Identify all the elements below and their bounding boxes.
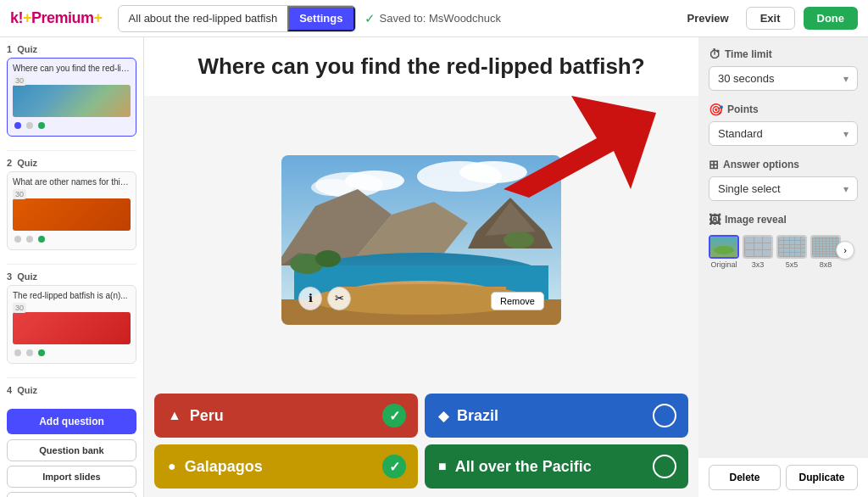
sidebar-card-3[interactable]: The red-lipped batfish is a(n)... 30 — [7, 285, 136, 364]
image-reveal-label: 🖼 Image reveal — [709, 213, 858, 226]
points-label: 🎯 Points — [709, 103, 858, 116]
chevron-down-icon: ▾ — [843, 73, 849, 85]
logo: k!+Premium+ — [10, 9, 103, 27]
quiz-num-4: 4 Quiz — [7, 385, 136, 395]
answer-text-galapagos: Galapagos — [185, 458, 404, 476]
reveal-options-container: Original 3x3 — [709, 232, 858, 269]
quiz-num-2: 2 Quiz — [7, 158, 136, 168]
import-spreadsheet-button[interactable]: Import spreadsheet — [7, 492, 136, 497]
sidebar-section-3: 3 Quiz The red-lipped batfish is a(n)...… — [0, 271, 143, 371]
answer-card-galapagos[interactable]: ● Galapagos ✓ — [154, 444, 418, 489]
reveal-options-row: Original 3x3 — [709, 235, 841, 269]
check-icon: ✓ — [364, 11, 376, 26]
svg-point-22 — [714, 246, 734, 254]
quiz-num-3: 3 Quiz — [7, 271, 136, 282]
done-button[interactable]: Done — [804, 7, 859, 30]
answer-check-brazil — [653, 404, 676, 427]
image-area: ℹ ✂ Remove — [144, 96, 698, 388]
main-content: Where can you find the red-lipped batfis… — [144, 37, 698, 497]
preview-button[interactable]: Preview — [679, 12, 737, 25]
dot-2-1 — [14, 236, 21, 243]
answer-text-peru: Peru — [190, 407, 404, 425]
timer-icon: ⏱ — [709, 47, 721, 61]
sidebar: 1 Quiz Where can you find the red-lipped… — [0, 37, 144, 497]
settings-button[interactable]: Settings — [287, 6, 354, 31]
check-circle-pacific — [653, 455, 676, 478]
sidebar-timer-3: 30 — [13, 304, 131, 312]
time-limit-value: 30 seconds — [718, 72, 775, 85]
exit-button[interactable]: Exit — [746, 7, 795, 30]
right-panel: ⏱ Time limit 30 seconds ▾ 🎯 Points Stand… — [698, 37, 868, 457]
sidebar-thumb-3 — [13, 312, 131, 344]
time-limit-select[interactable]: 30 seconds ▾ — [709, 66, 858, 91]
add-question-button[interactable]: Add question — [7, 409, 136, 434]
reveal-5x5-label: 5x5 — [786, 260, 798, 269]
landscape-container: ℹ ✂ Remove — [281, 155, 561, 327]
reveal-next-button[interactable]: › — [836, 241, 854, 260]
answers-grid: ▲ Peru ✓ ◆ Brazil ● Galapagos — [144, 387, 698, 497]
main-layout: 1 Quiz Where can you find the red-lipped… — [0, 37, 868, 497]
reveal-3x3-button[interactable] — [743, 235, 773, 259]
sidebar-card-text-2: What are other names for this crea... — [13, 177, 131, 187]
reveal-8x8-label: 8x8 — [820, 260, 832, 269]
duplicate-button[interactable]: Duplicate — [786, 465, 858, 490]
sidebar-section-1: 1 Quiz Where can you find the red-lipped… — [0, 44, 143, 143]
sidebar-card-2[interactable]: What are other names for this crea... 30 — [7, 171, 136, 250]
dot-2-3 — [38, 236, 45, 243]
image-reveal-icon: 🖼 — [709, 213, 721, 226]
dot-3-1 — [14, 349, 21, 356]
points-select[interactable]: Standard ▾ — [709, 121, 858, 146]
delete-button[interactable]: Delete — [709, 465, 781, 490]
answer-options-chevron-icon: ▾ — [843, 183, 849, 195]
sidebar-section-4: 4 Quiz — [0, 385, 143, 405]
dot-2-2 — [26, 236, 33, 243]
logo-plus: + — [23, 9, 31, 26]
reveal-3x3-label: 3x3 — [752, 260, 765, 269]
right-panel-footer: Delete Duplicate — [698, 457, 868, 497]
checkmark-galapagos: ✓ — [389, 459, 400, 475]
question-bank-button[interactable]: Question bank — [7, 439, 136, 461]
sidebar-card-text-1: Where can you find the red-lipped... — [13, 64, 131, 73]
answer-card-pacific[interactable]: ■ All over the Pacific — [425, 444, 688, 489]
answer-options-select[interactable]: Single select ▾ — [709, 176, 858, 201]
answer-card-brazil[interactable]: ◆ Brazil — [425, 394, 688, 438]
remove-image-button[interactable]: Remove — [491, 292, 544, 310]
reveal-group-5x5: 5x5 — [776, 235, 807, 269]
answer-text-brazil: Brazil — [457, 407, 675, 425]
image-info-button[interactable]: ℹ — [298, 287, 322, 310]
svg-point-18 — [504, 232, 534, 248]
answer-icon-galapagos: ● — [168, 459, 176, 474]
quiz-num-1: 1 Quiz — [7, 44, 136, 54]
reveal-group-3x3: 3x3 — [743, 235, 773, 269]
answer-card-peru[interactable]: ▲ Peru ✓ — [154, 394, 418, 438]
sidebar-thumb-2 — [13, 198, 131, 231]
dot-1-1 — [14, 122, 21, 129]
answer-options-value: Single select — [718, 182, 781, 195]
answer-check-galapagos: ✓ — [382, 455, 406, 478]
image-edit-button[interactable]: ✂ — [327, 287, 351, 310]
sidebar-section-2: 2 Quiz What are other names for this cre… — [0, 158, 143, 257]
check-circle-brazil — [653, 404, 676, 427]
checkmark-peru: ✓ — [389, 408, 400, 424]
reveal-original-button[interactable] — [709, 235, 739, 259]
divider-1 — [7, 150, 136, 151]
sidebar-actions: Add question Question bank Import slides… — [0, 405, 143, 497]
sidebar-dots-1 — [13, 120, 131, 131]
reveal-5x5-button[interactable] — [776, 235, 807, 259]
question-text: Where can you find the red-lipped batfis… — [195, 53, 648, 81]
points-chevron-icon: ▾ — [843, 128, 849, 140]
divider-3 — [7, 377, 136, 378]
saved-indicator: ✓ Saved to: MsWoodchuck — [364, 11, 502, 26]
dot-1-2 — [26, 122, 33, 129]
sidebar-card-1[interactable]: Where can you find the red-lipped... 30 — [7, 58, 136, 137]
question-area: Where can you find the red-lipped batfis… — [144, 37, 698, 96]
points-icon: 🎯 — [709, 103, 723, 116]
topbar: k!+Premium+ All about the red-lipped bat… — [0, 0, 868, 37]
answer-text-pacific: All over the Pacific — [455, 458, 675, 476]
answer-options-label: ⊞ Answer options — [709, 158, 858, 171]
check-circle-galapagos: ✓ — [382, 455, 406, 478]
right-panel-wrapper: ⏱ Time limit 30 seconds ▾ 🎯 Points Stand… — [698, 37, 868, 497]
answer-check-pacific — [653, 455, 676, 478]
import-slides-button[interactable]: Import slides — [7, 466, 136, 488]
answer-check-peru: ✓ — [382, 404, 406, 427]
